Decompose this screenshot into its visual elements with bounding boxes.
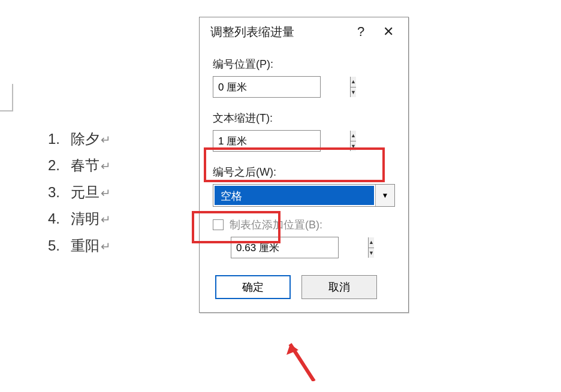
text-indent-label: 文本缩进(T):	[213, 111, 395, 125]
return-icon: ↵	[101, 186, 111, 200]
list-text: 清明	[71, 210, 99, 227]
list-number: 4.	[36, 206, 60, 232]
tab-stop-spinner[interactable]: ▲ ▼	[231, 237, 339, 258]
return-icon: ↵	[101, 159, 111, 173]
dialog-titlebar: 调整列表缩进量 ? ✕	[200, 17, 408, 46]
list-item: 2.春节↵	[36, 152, 111, 179]
spin-up-icon[interactable]: ▲	[369, 237, 374, 248]
list-text: 元旦	[71, 184, 99, 200]
adjust-list-indent-dialog: 调整列表缩进量 ? ✕ 编号位置(P): ▲ ▼ 文本缩进(T): ▲ ▼	[199, 17, 409, 313]
dialog-title: 调整列表缩进量	[210, 24, 347, 40]
ok-button[interactable]: 确定	[215, 275, 291, 299]
spin-up-icon[interactable]: ▲	[351, 77, 356, 88]
text-indent-input[interactable]	[213, 131, 350, 151]
list-item: 1.除夕↵	[36, 126, 111, 152]
list-number: 2.	[36, 152, 60, 179]
tab-stop-checkbox[interactable]	[213, 219, 224, 230]
chevron-down-icon[interactable]: ▼	[375, 185, 394, 206]
number-position-spinner[interactable]: ▲ ▼	[213, 76, 321, 98]
list-text: 重阳	[71, 237, 99, 254]
help-button[interactable]: ?	[347, 18, 375, 46]
after-number-select[interactable]: 空格 ▼	[213, 184, 395, 207]
list-number: 1.	[36, 126, 60, 152]
spin-up-icon[interactable]: ▲	[351, 131, 356, 141]
tab-stop-input[interactable]	[231, 237, 368, 258]
return-icon: ↵	[101, 240, 111, 253]
list-item: 3.元旦↵	[36, 179, 111, 206]
text-indent-spinner[interactable]: ▲ ▼	[213, 130, 321, 152]
spin-down-icon[interactable]: ▼	[351, 88, 356, 98]
tab-stop-label: 制表位添加位置(B):	[230, 218, 322, 232]
page-margin-marker	[0, 84, 13, 111]
after-number-group: 编号之后(W): 空格 ▼ 制表位添加位置(B): ▲ ▼	[213, 165, 395, 258]
number-position-group: 编号位置(P): ▲ ▼	[213, 57, 395, 98]
list-number: 3.	[36, 179, 60, 206]
annotation-arrow-icon	[284, 339, 320, 381]
return-icon: ↵	[101, 133, 111, 146]
text-indent-group: 文本缩进(T): ▲ ▼	[213, 111, 395, 152]
number-position-label: 编号位置(P):	[213, 57, 395, 71]
list-item: 4.清明↵	[36, 206, 111, 232]
spin-down-icon[interactable]: ▼	[369, 248, 374, 258]
cancel-button[interactable]: 取消	[301, 275, 377, 299]
after-number-label: 编号之后(W):	[213, 165, 395, 179]
list-item: 5.重阳↵	[36, 233, 111, 259]
tab-stop-row: 制表位添加位置(B):	[213, 218, 395, 232]
after-number-value: 空格	[215, 186, 374, 205]
number-position-input[interactable]	[213, 77, 350, 97]
list-text: 除夕	[71, 131, 99, 147]
spin-down-icon[interactable]: ▼	[351, 141, 356, 152]
list-text: 春节	[71, 157, 99, 173]
list-number: 5.	[36, 233, 60, 259]
return-icon: ↵	[101, 213, 111, 226]
close-button[interactable]: ✕	[375, 18, 402, 46]
document-numbered-list: 1.除夕↵ 2.春节↵ 3.元旦↵ 4.清明↵ 5.重阳↵	[36, 126, 111, 259]
